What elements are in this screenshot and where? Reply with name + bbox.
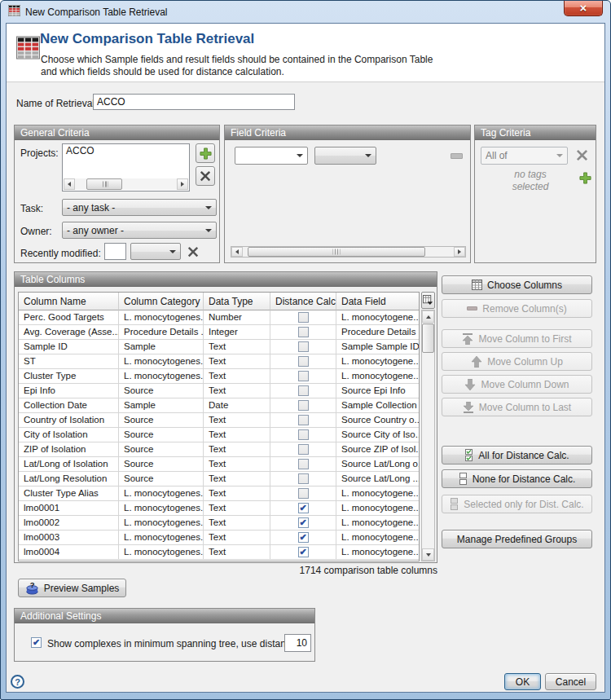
table-row[interactable]: Lat/Long of Isolation Source Text ✔ Sour… [19,457,419,472]
table-vscrollbar[interactable] [421,310,435,561]
remove-columns-button[interactable]: Remove Column(s) [442,299,592,318]
scroll-left-button[interactable] [231,247,243,257]
distance-calc-checkbox[interactable]: ✔ [298,371,309,381]
table-row[interactable]: City of Isolation Source Text ✔ Source C… [19,428,419,442]
task-dropdown[interactable]: - any task - [62,199,217,216]
window-title: New Comparison Table Retrieval [25,7,168,18]
distance-calc-checkbox[interactable]: ✔ [298,312,309,323]
table-row[interactable]: ST L. monocytogenes... Text ✔ L. monocyt… [19,354,419,369]
table-row[interactable]: Perc. Good Targets L. monocytogenes... N… [19,310,419,325]
table-row[interactable]: Sample ID Sample Text ✔ Sample Sample ID [19,340,419,354]
distance-calc-checkbox[interactable]: ✔ [298,532,309,543]
recently-modified-label: Recently modified: [20,248,101,259]
manage-predefined-groups-button[interactable]: Manage Predefined Groups [442,530,592,548]
recently-modified-unit-dropdown[interactable] [130,243,181,260]
preview-samples-button[interactable]: ? Preview Samples [18,579,126,597]
scroll-thumb[interactable] [86,178,122,190]
table-row[interactable]: lmo0002 L. monocytogenes... Text ✔ L. mo… [19,516,419,531]
distance-calc-checkbox[interactable]: ✔ [298,327,309,337]
table-row[interactable]: Cluster Type Alias L. monocytogenes... T… [19,486,419,501]
header-data-field[interactable]: Data Field [336,293,419,310]
all-for-distance-button[interactable]: All for Distance Calc. [442,446,592,464]
distance-calc-checkbox[interactable]: ✔ [298,517,309,528]
scroll-down-button[interactable] [422,548,434,561]
name-of-retrieval-input[interactable] [93,94,295,110]
distance-calc-checkbox[interactable]: ✔ [298,341,309,352]
projects-listbox[interactable]: ACCO [62,143,190,192]
scroll-thumb[interactable] [248,247,425,257]
owner-dropdown[interactable]: - any owner - [62,222,217,239]
move-column-first-button[interactable]: Move Column to First [442,329,592,348]
add-tag-button[interactable] [579,172,591,187]
column-picker-button[interactable] [421,292,435,309]
scroll-right-button[interactable] [177,178,188,190]
distance-calc-checkbox[interactable]: ✔ [298,488,309,499]
table-row[interactable]: Epi Info Source Text ✔ Source Epi Info [19,384,419,398]
scroll-right-button[interactable] [454,247,465,257]
show-complexes-label: Show complexes in minimum spanning tree,… [47,638,299,649]
scroll-thumb[interactable] [422,324,434,353]
additional-settings-title: Additional Settings [15,609,314,623]
field-criteria-field-dropdown[interactable] [235,147,308,165]
projects-hscrollbar[interactable] [64,178,188,190]
cell-column-name: Country of Isolation [19,413,119,427]
distance-calc-checkbox[interactable]: ✔ [298,459,309,469]
show-complexes-checkbox[interactable]: ✔ [31,637,42,648]
ok-button[interactable]: OK [504,673,541,690]
cancel-button[interactable]: Cancel [545,673,596,690]
cell-column-category: L. monocytogenes... [119,516,204,530]
clear-recently-modified-button[interactable] [187,246,199,258]
distance-calc-checkbox[interactable]: ✔ [298,444,309,455]
scroll-up-button[interactable] [422,310,434,323]
choose-columns-button[interactable]: Choose Columns [442,275,592,294]
project-list-item[interactable]: ACCO [63,144,189,157]
table-row[interactable]: Cluster Type L. monocytogenes... Text ✔ … [19,369,419,384]
none-for-distance-button[interactable]: None for Distance Calc. [442,469,592,488]
help-button[interactable]: ? [11,675,24,689]
table-row[interactable]: Avg. Coverage (Asse... Procedure Details… [19,325,419,340]
scroll-track[interactable] [75,178,177,190]
manage-predefined-groups-label: Manage Predefined Groups [457,534,577,545]
move-column-up-button[interactable]: Move Column Up [442,352,592,371]
table-row[interactable]: Country of Isolation Source Text ✔ Sourc… [19,413,419,428]
header-distance-calc[interactable]: Distance Calc. [270,293,336,310]
no-tags-text-line1: no tags [498,169,563,180]
distance-calc-checkbox[interactable]: ✔ [298,429,309,440]
tag-match-dropdown[interactable]: All of [481,147,568,165]
distance-calc-checkbox[interactable]: ✔ [298,385,309,396]
scroll-track[interactable] [243,247,454,257]
header-column-name[interactable]: Column Name [19,293,119,310]
table-row[interactable]: ZIP of Isolation Source Text ✔ Source ZI… [19,442,419,457]
clear-tags-button[interactable] [576,149,588,161]
move-column-down-button[interactable]: Move Column Down [442,375,592,394]
selected-only-distance-button[interactable]: Selected only for Dist. Calc. [442,495,592,513]
distance-calc-checkbox[interactable]: ✔ [298,547,309,557]
comparison-table-icon [16,36,40,62]
title-bar[interactable]: New Comparison Table Retrieval × [1,1,610,23]
distance-calc-checkbox[interactable]: ✔ [298,415,309,425]
header-column-category[interactable]: Column Category [119,293,204,310]
move-column-last-button[interactable]: Move Column to Last [442,398,592,416]
arrow-to-first-icon [462,333,473,345]
distance-calc-checkbox[interactable]: ✔ [298,503,309,513]
table-row[interactable]: Collection Date Sample Date ✔ Sample Col… [19,398,419,413]
recently-modified-input[interactable] [104,243,126,260]
scroll-left-button[interactable] [64,178,75,190]
remove-criterion-button[interactable] [451,153,463,159]
distance-calc-checkbox[interactable]: ✔ [298,400,309,411]
distance-calc-checkbox[interactable]: ✔ [298,473,309,484]
header-data-type[interactable]: Data Type [204,293,270,310]
field-criteria-operator-dropdown[interactable] [314,147,376,165]
add-project-button[interactable] [196,143,215,163]
table-row[interactable]: lmo0003 L. monocytogenes... Text ✔ L. mo… [19,531,419,545]
table-row[interactable]: lmo0004 L. monocytogenes... Text ✔ L. mo… [19,545,419,560]
field-criteria-hscrollbar[interactable] [231,246,466,258]
close-button[interactable]: × [564,0,603,16]
cell-data-field: L. monocytogene... [336,354,419,368]
table-row[interactable]: lmo0001 L. monocytogenes... Text ✔ L. mo… [19,501,419,516]
remove-project-button[interactable] [196,166,215,186]
table-row[interactable]: Lat/Long Resolution Source Text ✔ Source… [19,472,419,486]
distance-value-input[interactable] [284,634,311,652]
chevron-down-icon [205,206,212,209]
distance-calc-checkbox[interactable]: ✔ [298,356,309,367]
